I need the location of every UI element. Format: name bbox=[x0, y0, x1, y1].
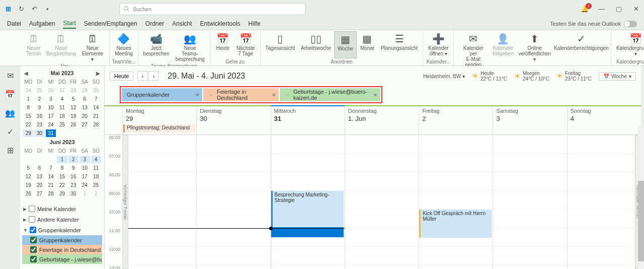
allday-row: Pfingstmontag; Deutschland bbox=[105, 124, 641, 135]
day-header[interactable]: Freitag2 bbox=[419, 106, 493, 124]
ribbon-button[interactable]: 📅Heute bbox=[212, 31, 233, 58]
today-button[interactable]: Heute bbox=[110, 72, 133, 81]
location-label[interactable]: Heidenheim, BW ▾ bbox=[423, 74, 465, 79]
sun-icon: ☀ bbox=[472, 72, 478, 80]
scrollbar-thumb[interactable] bbox=[638, 181, 644, 261]
people-icon[interactable]: 👥 bbox=[5, 108, 15, 118]
svg-line-1 bbox=[128, 10, 129, 11]
close-tab-icon[interactable]: ✕ bbox=[195, 92, 199, 98]
calendar-event[interactable]: Kick Off Gespräch mit Herrn Müller bbox=[419, 210, 492, 238]
menu-hilfe[interactable]: Hilfe bbox=[249, 19, 261, 28]
next-week-button[interactable]: › bbox=[148, 71, 158, 81]
day-column[interactable]: Besprechung Marketing-Strategie bbox=[271, 135, 345, 269]
ribbon-button[interactable]: 👥Neue Teams-besprechung bbox=[172, 31, 208, 63]
ribbon-button[interactable]: ▦Woche bbox=[334, 31, 357, 58]
group-meine-kalender[interactable]: ▶Meine Kalender bbox=[22, 204, 102, 214]
sun-icon: ☀ bbox=[514, 72, 521, 80]
ribbon-button[interactable]: 🗓NeueBesprechung bbox=[44, 31, 78, 63]
menu-dev[interactable]: Entwicklertools bbox=[200, 19, 240, 28]
ribbon-button[interactable]: 📹Jetztbesprechen bbox=[140, 31, 173, 63]
ribbon-button[interactable]: 👤Kalenderfreigeben bbox=[491, 31, 515, 69]
sun-icon: ☀ bbox=[556, 72, 563, 80]
ribbon-button[interactable]: 🗓NeueElemente ▾ bbox=[78, 31, 107, 63]
calendar-tab[interactable]: Gruppenkalender✕ bbox=[122, 88, 202, 101]
main-calendar: Heute ‹ › 29. Mai - 4. Juni 2023 Heidenh… bbox=[105, 66, 641, 269]
ribbon-button[interactable]: ✉Kalender perE-Mail senden bbox=[456, 31, 491, 69]
day-header[interactable]: Mittwoch31 bbox=[271, 105, 345, 124]
left-rail: ✉ 📅 👥 ✓ ⊞ bbox=[0, 66, 20, 269]
prev-month-icon[interactable]: ◀ bbox=[24, 71, 28, 76]
sync-icon[interactable]: ↻ bbox=[17, 5, 25, 13]
minimize-icon[interactable]: — bbox=[598, 5, 606, 13]
menu-aufgaben[interactable]: Aufgaben bbox=[29, 19, 55, 28]
now-indicator bbox=[271, 228, 345, 229]
maximize-icon[interactable]: ▢ bbox=[615, 5, 623, 13]
menu-datei[interactable]: Datei bbox=[7, 19, 21, 28]
prev-week-button[interactable]: ‹ bbox=[137, 71, 147, 81]
day-column[interactable] bbox=[196, 135, 270, 269]
more-icon[interactable]: ⊞ bbox=[7, 146, 14, 155]
weather-friday: ☀Freitag23°C / 11°C bbox=[556, 71, 592, 82]
minical-june[interactable]: MODIMIDOFRSASO12345678910111213141516171… bbox=[22, 146, 102, 198]
date-range-title: 29. Mai - 4. Juni 2023 bbox=[168, 72, 245, 81]
titlebar: ⊞ ↻ ↶ ▾ Suchen 🔔 — ▢ ✕ bbox=[0, 0, 644, 18]
ribbon-button[interactable]: 🗓NeuerTermin bbox=[23, 31, 44, 63]
svg-point-0 bbox=[124, 6, 128, 10]
calendar-icon[interactable]: 📅 bbox=[5, 90, 15, 99]
ribbon-button[interactable]: ⬆Onlineveröffentlichen ▾ bbox=[515, 31, 554, 69]
ribbon-button[interactable]: 🔷NeuesMeeting bbox=[112, 31, 136, 58]
new-outlook-toggle[interactable]: Testen Sie das neue Outlook bbox=[550, 20, 637, 28]
search-input[interactable]: Suchen bbox=[119, 3, 305, 15]
group-andere-kalender[interactable]: ▶Andere Kalender bbox=[22, 214, 102, 225]
calendar-tab[interactable]: →Feiertage in Deutschland✕ bbox=[203, 88, 279, 101]
day-column[interactable] bbox=[567, 135, 641, 269]
tasks-icon[interactable]: ✓ bbox=[7, 127, 14, 137]
calendar-event[interactable]: Besprechung Marketing-Strategie bbox=[271, 191, 344, 227]
ribbon-button[interactable]: ▯▯Arbeitswoche bbox=[298, 31, 334, 58]
menu-ordner[interactable]: Ordner bbox=[145, 19, 164, 28]
ribbon-button[interactable]: ☰Planungsansicht bbox=[378, 31, 421, 58]
day-header[interactable]: Montag29 bbox=[122, 106, 196, 124]
day-column[interactable] bbox=[345, 135, 419, 269]
minical-may[interactable]: MODIMIDOFRSASO24252627282930123456789101… bbox=[22, 77, 102, 138]
day-column[interactable] bbox=[493, 135, 567, 269]
group-gruppenkalender[interactable]: ▼Gruppenkalender bbox=[22, 225, 102, 235]
day-column[interactable] bbox=[122, 135, 196, 269]
ribbon-button[interactable]: 📅Kalendergruppen▾ bbox=[613, 31, 644, 58]
ribbon-button[interactable]: ▦Monat bbox=[357, 31, 378, 58]
calendar-event[interactable] bbox=[271, 227, 344, 237]
menu-ansicht[interactable]: Ansicht bbox=[172, 19, 192, 28]
allday-event[interactable]: Pfingstmontag; Deutschland bbox=[123, 124, 196, 132]
notification-bell-icon[interactable]: 🔔 bbox=[581, 5, 589, 13]
close-tab-icon[interactable]: ✕ bbox=[373, 92, 377, 98]
day-header[interactable]: Samstag3 bbox=[493, 106, 567, 124]
close-icon[interactable]: ✕ bbox=[632, 5, 640, 13]
next-month-icon[interactable]: ▶ bbox=[96, 71, 100, 76]
view-selector[interactable]: 📅 Woche ▾ bbox=[599, 72, 636, 81]
day-header[interactable]: Dienstag30 bbox=[196, 106, 270, 124]
ribbon-button[interactable]: ➕Kalenderöffnen ▾ bbox=[425, 31, 451, 58]
mail-icon[interactable]: ✉ bbox=[7, 71, 14, 81]
calendar-item[interactable]: Feiertage in Deutschland bbox=[22, 245, 102, 254]
time-grid[interactable]: Vorheriger Termin Nächster Termin 06:000… bbox=[105, 135, 641, 269]
day-column[interactable]: Kick Off Gespräch mit Herrn Müller bbox=[419, 135, 493, 269]
calendar-item[interactable]: Geburtstage - j.wiese@buero-k... bbox=[22, 254, 102, 264]
ribbon-button[interactable]: ▯Tagesansicht bbox=[263, 31, 298, 58]
ribbon-button[interactable]: 📅Nächste7 Tage bbox=[233, 31, 258, 58]
day-header[interactable]: Donnerstag1. Jun bbox=[345, 106, 419, 124]
calendar-item[interactable]: Gruppenkalender bbox=[22, 235, 102, 245]
menu-start[interactable]: Start bbox=[63, 19, 75, 29]
day-header[interactable]: Sonntag4 bbox=[567, 106, 641, 124]
calendar-tabs: Gruppenkalender✕→Feiertage in Deutschlan… bbox=[105, 86, 641, 105]
ribbon-button[interactable]: ✓Kalenderberechtigungen bbox=[554, 31, 609, 69]
dropdown-icon[interactable]: ▾ bbox=[43, 5, 51, 13]
close-tab-icon[interactable]: ✕ bbox=[272, 92, 276, 98]
undo-icon[interactable]: ↶ bbox=[30, 5, 38, 13]
menubar: Datei Aufgaben Start Senden/Empfangen Or… bbox=[0, 18, 644, 30]
toggle-switch[interactable] bbox=[624, 21, 637, 27]
menu-senden[interactable]: Senden/Empfangen bbox=[84, 19, 137, 28]
search-placeholder: Suchen bbox=[133, 6, 151, 12]
scrollbar[interactable] bbox=[638, 125, 644, 269]
minical-month2: Juni 2023 bbox=[49, 139, 74, 145]
calendar-tab[interactable]: →Geburtstage - j.wiese@buero-kaizen.de✕ bbox=[280, 88, 380, 101]
